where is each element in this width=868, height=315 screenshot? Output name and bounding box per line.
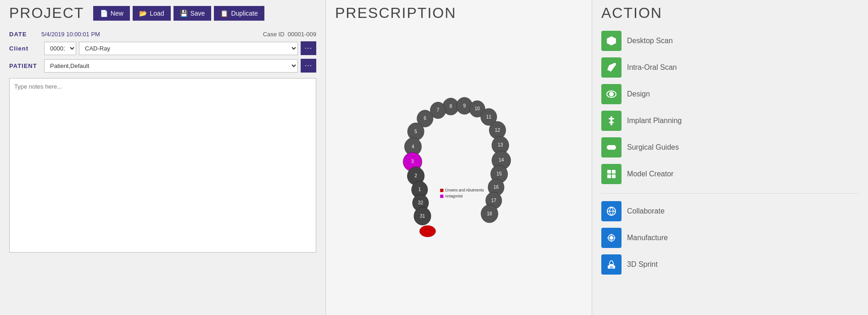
patient-more-button[interactable]: ···	[301, 59, 316, 73]
new-button[interactable]: 📄 New	[93, 6, 130, 21]
legend-antagonist-label: Antagonist	[445, 194, 463, 198]
svg-text:9: 9	[463, 103, 466, 108]
date-label: DATE	[9, 31, 41, 38]
svg-text:17: 17	[491, 198, 497, 203]
svg-rect-53	[612, 174, 616, 178]
tooth-12[interactable]: 12	[489, 121, 506, 139]
intra-oral-scan-icon	[601, 57, 622, 78]
svg-rect-46	[609, 122, 614, 123]
collaborate-label: Collaborate	[627, 207, 665, 215]
3d-sprint-item[interactable]: 3D 3D Sprint	[601, 254, 859, 275]
legend-antagonist-color	[440, 195, 443, 198]
duplicate-button[interactable]: 📋 Duplicate	[214, 6, 264, 21]
project-header: PROJECT 📄 New 📂 Load 💾 Save 📋 Duplicate	[9, 5, 316, 22]
svg-text:10: 10	[475, 106, 480, 111]
patient-select[interactable]: Patient,Default	[44, 59, 298, 73]
implant-planning-item[interactable]: Implant Planning	[601, 111, 859, 131]
surgical-guides-icon	[601, 137, 622, 158]
desktop-scan-label: Desktop Scan	[627, 37, 673, 45]
toolbar: 📄 New 📂 Load 💾 Save 📋 Duplicate	[93, 6, 264, 21]
implant-planning-label: Implant Planning	[627, 117, 682, 125]
svg-text:14: 14	[498, 158, 504, 163]
svg-rect-52	[607, 174, 611, 178]
svg-text:3D: 3D	[610, 266, 613, 269]
svg-text:16: 16	[493, 185, 499, 190]
patient-label: PATIENT	[9, 62, 41, 69]
surgical-guides-item[interactable]: Surgical Guides	[601, 137, 859, 158]
load-button[interactable]: 📂 Load	[133, 6, 170, 21]
svg-text:5: 5	[414, 129, 417, 134]
client-name-select[interactable]: CAD-Ray	[79, 42, 298, 55]
tooth-crown-bottom[interactable]	[420, 225, 436, 237]
notes-textarea[interactable]	[9, 78, 316, 253]
svg-text:6: 6	[424, 116, 426, 121]
prescription-panel: PRESCRIPTION 8 9 7 10	[326, 0, 592, 315]
implant-planning-icon	[601, 111, 622, 131]
svg-rect-49	[608, 149, 615, 150]
intra-oral-scan-item[interactable]: Intra-Oral Scan	[601, 57, 859, 78]
client-more-button[interactable]: ···	[301, 41, 316, 55]
project-info: DATE 5/4/2019 10:00:01 PM Case ID 00001-…	[9, 31, 316, 73]
svg-text:11: 11	[486, 114, 492, 119]
tooth-18[interactable]: 18	[481, 205, 498, 223]
svg-text:8: 8	[449, 104, 452, 109]
desktop-scan-item[interactable]: Desktop Scan	[601, 31, 859, 51]
svg-point-41	[613, 63, 616, 66]
svg-text:7: 7	[437, 107, 439, 112]
prescription-title: PRESCRIPTION	[335, 5, 582, 22]
intra-oral-scan-label: Intra-Oral Scan	[627, 63, 677, 72]
svg-text:15: 15	[497, 171, 502, 176]
save-button[interactable]: 💾 Save	[174, 6, 212, 21]
svg-point-56	[610, 236, 613, 240]
3d-sprint-icon: 3D	[601, 254, 622, 275]
project-title: PROJECT	[9, 5, 84, 22]
svg-text:1: 1	[418, 187, 421, 192]
svg-rect-47	[607, 146, 616, 149]
svg-text:32: 32	[418, 200, 423, 205]
model-creator-label: Model Creator	[627, 170, 673, 178]
legend-crowns-label: Crowns and Abutments	[445, 188, 484, 192]
design-item[interactable]: Design	[601, 84, 859, 104]
svg-rect-48	[608, 145, 615, 146]
teeth-svg: 8 9 7 10 6	[335, 26, 583, 302]
design-icon	[601, 84, 622, 104]
svg-text:3: 3	[411, 159, 414, 164]
load-icon: 📂	[139, 10, 147, 17]
action-title: ACTION	[601, 5, 859, 22]
svg-text:13: 13	[498, 142, 503, 147]
duplicate-icon: 📋	[220, 10, 228, 17]
date-row: DATE 5/4/2019 10:00:01 PM Case ID 00001-…	[9, 31, 316, 38]
action-group-blue: Collaborate Manufacture 3D 3D Sprint	[601, 201, 859, 275]
desktop-scan-icon	[601, 31, 622, 51]
manufacture-icon	[601, 228, 622, 248]
teeth-diagram: 8 9 7 10 6	[335, 26, 583, 302]
new-icon: 📄	[100, 10, 108, 17]
legend-crowns-color	[440, 189, 443, 192]
svg-text:4: 4	[412, 144, 414, 149]
svg-text:12: 12	[495, 128, 500, 133]
collaborate-icon	[601, 201, 622, 221]
svg-rect-45	[609, 118, 614, 119]
model-creator-item[interactable]: Model Creator	[601, 164, 859, 184]
svg-text:2: 2	[414, 173, 417, 178]
caseid-display: Case ID 00001-009	[263, 31, 316, 38]
action-divider	[601, 193, 859, 194]
svg-point-43	[609, 92, 614, 96]
project-panel: PROJECT 📄 New 📂 Load 💾 Save 📋 Duplicate …	[0, 0, 326, 315]
tooth-5[interactable]: 5	[408, 123, 424, 141]
save-icon: 💾	[180, 10, 188, 17]
manufacture-item[interactable]: Manufacture	[601, 228, 859, 248]
model-creator-icon	[601, 164, 622, 184]
svg-text:31: 31	[420, 214, 426, 219]
design-label: Design	[627, 90, 650, 98]
client-id-select[interactable]: 00001	[44, 42, 76, 55]
svg-rect-50	[607, 170, 611, 174]
svg-rect-44	[610, 116, 612, 125]
tooth-31[interactable]: 31	[414, 207, 431, 225]
collaborate-item[interactable]: Collaborate	[601, 201, 859, 221]
3d-sprint-label: 3D Sprint	[627, 260, 658, 269]
svg-rect-59	[609, 264, 614, 265]
date-value: 5/4/2019 10:00:01 PM	[41, 31, 263, 38]
manufacture-label: Manufacture	[627, 234, 668, 242]
client-label: Client	[9, 45, 41, 52]
